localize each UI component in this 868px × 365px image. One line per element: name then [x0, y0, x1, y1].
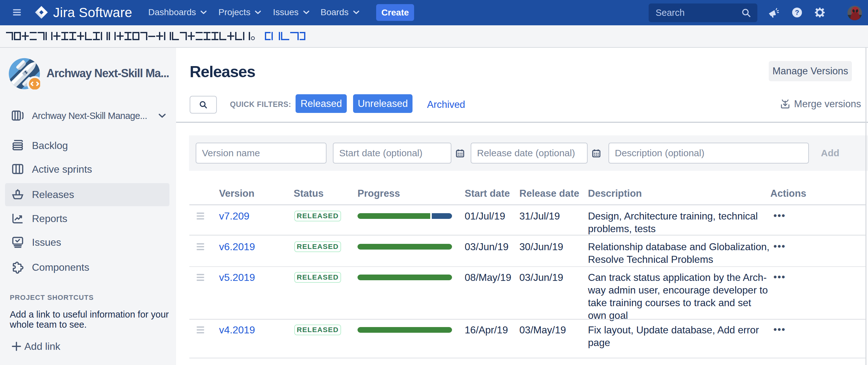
- svg-text:?: ?: [795, 8, 799, 17]
